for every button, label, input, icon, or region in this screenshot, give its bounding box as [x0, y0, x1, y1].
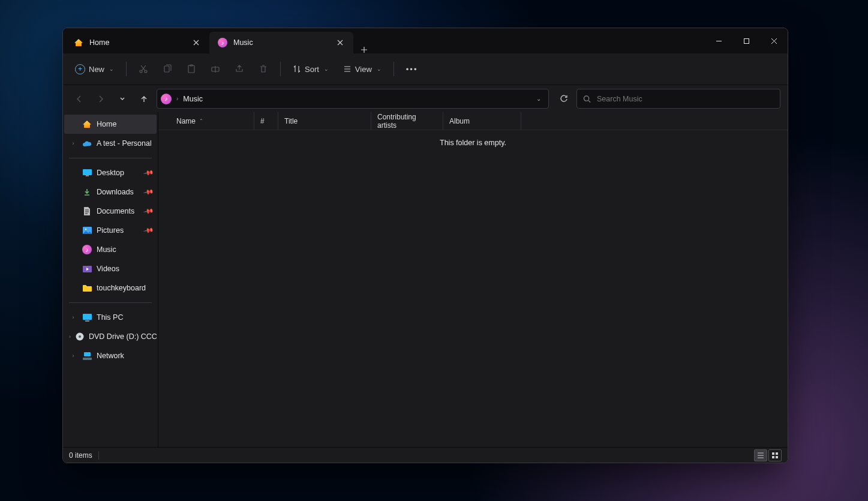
chevron-right-icon[interactable]: ›: [69, 140, 77, 146]
empty-folder-message: This folder is empty.: [158, 139, 788, 147]
sidebar-item-this-pc[interactable]: › This PC: [64, 308, 157, 327]
file-explorer-window: Home ♪ Music: [62, 28, 788, 463]
svg-rect-9: [86, 175, 89, 176]
content-pane: Name ⌃ # Title Contributing artists Albu…: [158, 112, 788, 447]
share-button[interactable]: [229, 59, 250, 79]
maximize-button[interactable]: [732, 28, 760, 53]
sidebar-item-network[interactable]: › Network: [64, 346, 157, 365]
rename-button[interactable]: [205, 59, 226, 79]
sidebar-item-dvd-drive[interactable]: › DVD Drive (D:) CCC: [64, 327, 157, 346]
paste-button[interactable]: [181, 59, 202, 79]
disc-icon: [76, 332, 84, 341]
new-button[interactable]: + New ⌄: [69, 59, 120, 79]
sidebar-item-onedrive[interactable]: › A test - Personal: [64, 134, 157, 153]
svg-rect-22: [776, 456, 778, 458]
sidebar-item-videos[interactable]: Videos: [64, 259, 157, 278]
svg-point-2: [145, 70, 147, 73]
column-header-artists[interactable]: Contributing artists: [371, 112, 443, 130]
pictures-icon: [82, 226, 92, 235]
refresh-button[interactable]: [555, 90, 573, 108]
command-bar: + New ⌄ Sort ⌄ View: [63, 53, 788, 85]
close-window-button[interactable]: [760, 28, 788, 53]
breadcrumb-segment[interactable]: Music: [183, 95, 203, 103]
more-options-button[interactable]: •••: [400, 59, 424, 79]
ellipsis-icon: •••: [406, 65, 418, 74]
music-icon: ♪: [82, 245, 92, 254]
sidebar-item-label: This PC: [97, 313, 123, 322]
tab-music[interactable]: ♪ Music: [209, 32, 353, 53]
sidebar-item-pictures[interactable]: Pictures 📌: [64, 221, 157, 240]
sidebar-item-desktop[interactable]: Desktop 📌: [64, 163, 157, 182]
view-mode-toggles: [754, 449, 782, 461]
tab-strip: Home ♪ Music: [63, 28, 375, 53]
sidebar-item-label: DVD Drive (D:) CCC: [89, 332, 157, 341]
forward-button[interactable]: [92, 90, 110, 108]
cut-icon: [139, 64, 148, 74]
sidebar-item-touchkeyboard[interactable]: touchkeyboard: [64, 278, 157, 298]
minimize-button[interactable]: [705, 28, 732, 53]
svg-rect-8: [83, 169, 92, 175]
plus-circle-icon: +: [75, 64, 85, 74]
downloads-icon: [82, 187, 92, 197]
search-box[interactable]: [576, 89, 780, 109]
recent-locations-button[interactable]: [113, 90, 131, 108]
delete-button[interactable]: [253, 59, 274, 79]
copy-button[interactable]: [157, 59, 178, 79]
address-history-dropdown[interactable]: ⌄: [533, 95, 545, 102]
separator: [98, 451, 99, 460]
column-header-name[interactable]: Name ⌃: [170, 112, 254, 130]
tab-label: Music: [233, 38, 253, 47]
thumbnails-view-button[interactable]: [768, 449, 782, 461]
column-header-album[interactable]: Album: [443, 112, 521, 130]
sort-label: Sort: [305, 65, 319, 74]
svg-rect-19: [772, 452, 774, 455]
videos-icon: [82, 264, 92, 274]
sidebar-item-label: Desktop: [97, 169, 124, 177]
desktop-icon: [82, 168, 92, 178]
chevron-right-icon[interactable]: ›: [69, 314, 77, 320]
details-view-button[interactable]: [754, 449, 767, 461]
svg-point-7: [584, 95, 588, 100]
sidebar-item-label: A test - Personal: [97, 139, 152, 148]
sidebar-item-downloads[interactable]: Downloads 📌: [64, 182, 157, 202]
new-label: New: [89, 65, 104, 74]
pin-icon: 📌: [143, 167, 155, 179]
item-count: 0 items: [69, 451, 92, 460]
separator: [69, 158, 152, 158]
music-icon: ♪: [218, 38, 227, 47]
sort-icon: [293, 65, 301, 73]
column-header-title[interactable]: Title: [278, 112, 371, 130]
sidebar-item-label: Network: [97, 352, 124, 360]
sidebar-item-label: Downloads: [97, 188, 134, 196]
sort-button[interactable]: Sort ⌄: [287, 59, 335, 79]
column-header-track[interactable]: #: [254, 112, 278, 130]
home-icon: [74, 38, 83, 47]
sidebar-item-label: Home: [97, 120, 116, 128]
view-button[interactable]: View ⌄: [337, 59, 388, 79]
folder-icon: [82, 283, 92, 293]
view-icon: [343, 65, 352, 73]
close-tab-button[interactable]: [189, 35, 203, 50]
address-bar[interactable]: ♪ › Music ⌄: [157, 89, 549, 109]
onedrive-icon: [82, 139, 92, 148]
svg-point-11: [85, 229, 86, 230]
sidebar-item-documents[interactable]: Documents 📌: [64, 202, 157, 221]
close-tab-button[interactable]: [333, 35, 347, 50]
copy-icon: [163, 64, 172, 74]
sidebar-item-home[interactable]: Home: [64, 115, 157, 134]
svg-rect-13: [83, 314, 92, 320]
chevron-right-icon[interactable]: ›: [69, 353, 77, 359]
sidebar-item-music[interactable]: ♪ Music: [64, 240, 157, 259]
tab-home[interactable]: Home: [65, 32, 209, 53]
column-headers: Name ⌃ # Title Contributing artists Albu…: [158, 112, 788, 130]
share-icon: [235, 64, 244, 74]
home-icon: [82, 119, 92, 129]
chevron-right-icon: ›: [176, 95, 178, 102]
back-button[interactable]: [70, 90, 88, 108]
new-tab-button[interactable]: [353, 46, 375, 53]
documents-icon: [82, 206, 92, 216]
up-button[interactable]: [135, 90, 153, 108]
search-input[interactable]: [597, 95, 774, 103]
chevron-right-icon[interactable]: ›: [69, 334, 71, 340]
cut-button[interactable]: [133, 59, 154, 79]
